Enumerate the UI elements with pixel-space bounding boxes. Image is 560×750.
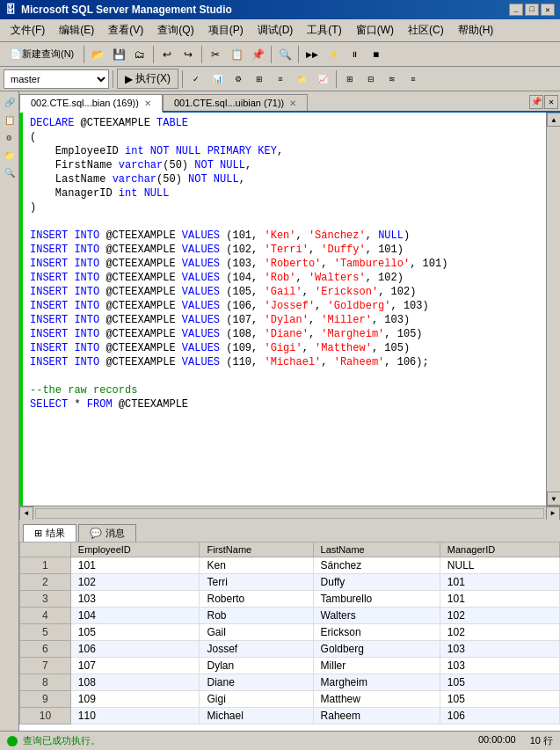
menu-community[interactable]: 社区(C) <box>401 21 451 40</box>
tab-controls: 📌 ✕ <box>527 93 560 111</box>
toolbar-btn-extra4[interactable]: ⏹ <box>366 45 385 64</box>
sidebar-icon-3[interactable]: ⚙ <box>2 130 18 146</box>
table-row: 5105GailErickson102 <box>20 624 560 641</box>
tab-bar: 002.CTE.sql...bian (169)) ✕ 001.CTE.sql.… <box>19 91 560 113</box>
col-header-lastname[interactable]: LastName <box>313 542 440 557</box>
toolbar-btn-extra2[interactable]: ⚡ <box>324 45 343 64</box>
cell-lastname: Goldberg <box>313 641 440 658</box>
cell-employeeid: 105 <box>70 624 200 641</box>
extra-btn1[interactable]: ⊞ <box>340 69 360 89</box>
results-tabs: ⊞ 结果 💬 消息 <box>19 522 560 542</box>
table-row: 7107DylanMiller103 <box>20 658 560 674</box>
tab-002-label: 002.CTE.sql...bian (169)) <box>31 98 139 108</box>
sidebar-icon-1[interactable]: 🔗 <box>2 95 18 111</box>
cell-employeeid: 109 <box>70 691 200 708</box>
results-tab-grid[interactable]: ⊞ 结果 <box>23 524 76 542</box>
close-button[interactable]: ✕ <box>541 4 555 16</box>
cell-lastname: Erickson <box>313 624 440 641</box>
toolbar-btn-extra1[interactable]: ▶▶ <box>302 45 322 64</box>
undo-button[interactable]: ↩ <box>157 45 177 64</box>
col-header-firstname[interactable]: FirstName <box>200 542 313 557</box>
app-icon: 🗄 <box>5 4 16 16</box>
menu-query[interactable]: 查询(Q) <box>150 21 200 40</box>
cell-managerid: 106 <box>440 708 559 725</box>
table-row: 1101KenSánchezNULL <box>20 557 560 574</box>
results-content[interactable]: EmployeeID FirstName LastName ManagerID … <box>19 542 560 731</box>
results-tab-messages[interactable]: 💬 消息 <box>78 524 136 542</box>
menu-file[interactable]: 文件(F) <box>4 21 52 40</box>
col-header-managerid[interactable]: ManagerID <box>440 542 559 557</box>
tab-002[interactable]: 002.CTE.sql...bian (169)) ✕ <box>19 94 163 113</box>
include-actual-button[interactable]: 📈 <box>313 69 332 89</box>
database-selector[interactable]: master <box>4 69 109 89</box>
query-options-button[interactable]: ⚙ <box>229 69 248 89</box>
scroll-left-button[interactable]: ◄ <box>19 506 33 521</box>
open-button[interactable]: 📂 <box>88 45 107 64</box>
code-content[interactable]: DECLARE @CTEEXAMPLE TABLE ( EmployeeID i… <box>23 113 546 506</box>
extra-btn4[interactable]: ≡ <box>404 69 423 89</box>
cell-lastname: Tamburello <box>313 591 440 608</box>
results-to-grid-button[interactable]: ⊞ <box>250 69 269 89</box>
menu-debug[interactable]: 调试(D) <box>251 21 301 40</box>
menu-tools[interactable]: 工具(T) <box>300 21 348 40</box>
col-header-employeeid[interactable]: EmployeeID <box>70 542 200 557</box>
cell-employeeid: 102 <box>70 574 200 591</box>
save-all-button[interactable]: 🗂 <box>130 45 149 64</box>
sidebar-icon-4[interactable]: 📁 <box>2 148 18 164</box>
extra-btn3[interactable]: ≋ <box>382 69 402 89</box>
execute-label: 执行(X) <box>135 71 171 86</box>
menu-view[interactable]: 查看(V) <box>101 21 150 40</box>
sidebar-icon-5[interactable]: 🔍 <box>2 165 18 181</box>
extra-btn2[interactable]: ⊟ <box>361 69 381 89</box>
cell-firstname: Dylan <box>200 658 313 674</box>
cell-firstname: Gigi <box>200 691 313 708</box>
status-bar: 查询已成功执行。 00:00:00 10 行 <box>0 731 560 750</box>
code-editor[interactable]: DECLARE @CTEEXAMPLE TABLE ( EmployeeID i… <box>19 113 560 506</box>
row-number: 8 <box>20 674 71 691</box>
cell-lastname: Matthew <box>313 691 440 708</box>
display-estimated-button[interactable]: 📊 <box>207 69 227 89</box>
find-button[interactable]: 🔍 <box>275 45 295 64</box>
row-number: 3 <box>20 591 71 608</box>
execute-button[interactable]: ▶ 执行(X) <box>117 69 178 89</box>
table-row: 2102TerriDuffy101 <box>20 574 560 591</box>
scroll-down-button[interactable]: ▼ <box>547 492 560 506</box>
tab-close-all-button[interactable]: ✕ <box>544 95 558 109</box>
sidebar-icon-2[interactable]: 📋 <box>2 113 18 128</box>
menu-help[interactable]: 帮助(H) <box>451 21 501 40</box>
results-to-file-button[interactable]: 📁 <box>292 69 311 89</box>
copy-button[interactable]: 📋 <box>227 45 246 64</box>
cell-managerid: 102 <box>440 608 559 624</box>
tab-001[interactable]: 001.CTE.sql...uibian (71)) ✕ <box>163 94 308 111</box>
row-number: 2 <box>20 574 71 591</box>
vertical-scrollbar[interactable]: ▲ ▼ <box>546 113 560 506</box>
toolbar-btn-extra3[interactable]: ⏸ <box>345 45 364 64</box>
scroll-up-button[interactable]: ▲ <box>547 113 560 127</box>
scroll-track[interactable] <box>35 508 544 519</box>
title-bar-controls[interactable]: _ □ ✕ <box>509 4 555 16</box>
tab-001-close[interactable]: ✕ <box>289 98 296 108</box>
tab-002-close[interactable]: ✕ <box>144 98 151 108</box>
tab-pin-button[interactable]: 📌 <box>529 95 543 109</box>
menu-window[interactable]: 窗口(W) <box>349 21 401 40</box>
parse-button[interactable]: ✓ <box>186 69 206 89</box>
menu-edit[interactable]: 编辑(E) <box>52 21 101 40</box>
results-to-text-button[interactable]: ≡ <box>271 69 290 89</box>
table-row: 4104RobWalters102 <box>20 608 560 624</box>
menu-project[interactable]: 项目(P) <box>201 21 251 40</box>
minimize-button[interactable]: _ <box>509 4 523 16</box>
scroll-right-button[interactable]: ► <box>546 506 560 521</box>
cut-button[interactable]: ✂ <box>206 45 225 64</box>
new-query-button[interactable]: 📄 新建查询(N) <box>4 45 80 64</box>
cell-firstname: Terri <box>200 574 313 591</box>
success-indicator <box>7 736 18 746</box>
toolbar2-sep2 <box>182 70 183 88</box>
maximize-button[interactable]: □ <box>525 4 539 16</box>
row-number: 9 <box>20 691 71 708</box>
results-tab-label: 结果 <box>46 527 65 540</box>
redo-button[interactable]: ↪ <box>178 45 198 64</box>
cell-managerid: 105 <box>440 691 559 708</box>
horizontal-scrollbar[interactable]: ◄ ► <box>19 506 560 520</box>
save-button[interactable]: 💾 <box>109 45 128 64</box>
paste-button[interactable]: 📌 <box>248 45 267 64</box>
